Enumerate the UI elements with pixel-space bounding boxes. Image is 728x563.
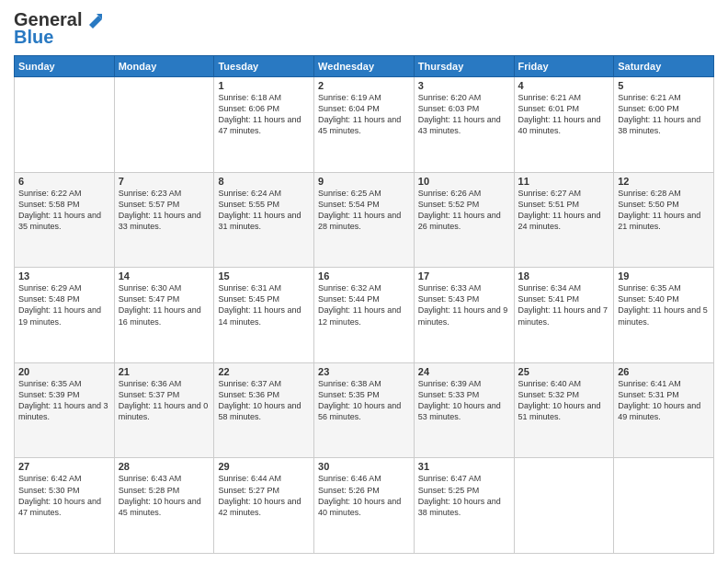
day-number: 30 [318, 461, 410, 472]
sunrise-text: Sunrise: 6:28 AM [618, 189, 681, 198]
daylight-text: Daylight: 10 hours and 56 minutes. [318, 401, 401, 421]
sunset-text: Sunset: 5:27 PM [218, 486, 279, 495]
calendar-cell: 24 Sunrise: 6:39 AM Sunset: 5:33 PM Dayl… [414, 362, 514, 458]
day-header-friday: Friday [514, 56, 614, 77]
sunset-text: Sunset: 5:32 PM [518, 390, 580, 399]
calendar-week-row: 27 Sunrise: 6:42 AM Sunset: 5:30 PM Dayl… [15, 458, 714, 554]
day-number: 6 [18, 176, 110, 187]
sunset-text: Sunset: 5:33 PM [418, 390, 480, 399]
calendar-cell: 22 Sunrise: 6:37 AM Sunset: 5:36 PM Dayl… [214, 362, 314, 458]
sunset-text: Sunset: 5:36 PM [218, 390, 279, 399]
daylight-text: Daylight: 10 hours and 40 minutes. [318, 497, 401, 517]
day-header-thursday: Thursday [414, 56, 514, 77]
daylight-text: Daylight: 11 hours and 31 minutes. [218, 211, 301, 231]
cell-info: Sunrise: 6:26 AM Sunset: 5:52 PM Dayligh… [418, 188, 510, 233]
logo: General Blue [14, 9, 104, 48]
daylight-text: Daylight: 11 hours and 33 minutes. [119, 211, 201, 231]
daylight-text: Daylight: 11 hours and 16 minutes. [119, 305, 201, 326]
sunset-text: Sunset: 6:06 PM [218, 104, 279, 113]
calendar-week-row: 13 Sunrise: 6:29 AM Sunset: 5:48 PM Dayl… [15, 268, 714, 363]
sunset-text: Sunset: 6:03 PM [418, 104, 480, 113]
sunset-text: Sunset: 5:55 PM [218, 200, 279, 209]
sunrise-text: Sunrise: 6:21 AM [518, 93, 582, 102]
calendar-cell: 13 Sunrise: 6:29 AM Sunset: 5:48 PM Dayl… [15, 268, 115, 363]
sunset-text: Sunset: 5:47 PM [119, 294, 180, 304]
daylight-text: Daylight: 11 hours and 14 minutes. [218, 305, 301, 326]
calendar-cell: 2 Sunrise: 6:19 AM Sunset: 6:04 PM Dayli… [314, 77, 415, 173]
sunrise-text: Sunrise: 6:39 AM [418, 379, 482, 388]
sunset-text: Sunset: 5:44 PM [318, 294, 380, 304]
day-number: 3 [418, 80, 510, 91]
calendar-cell: 18 Sunrise: 6:34 AM Sunset: 5:41 PM Dayl… [514, 268, 614, 363]
daylight-text: Daylight: 11 hours and 26 minutes. [418, 211, 501, 231]
logo-blue-text: Blue [14, 27, 53, 48]
calendar-cell: 31 Sunrise: 6:47 AM Sunset: 5:25 PM Dayl… [414, 458, 514, 554]
daylight-text: Daylight: 11 hours and 9 minutes. [418, 305, 508, 326]
calendar-cell: 9 Sunrise: 6:25 AM Sunset: 5:54 PM Dayli… [314, 172, 415, 268]
sunset-text: Sunset: 5:35 PM [318, 390, 380, 399]
daylight-text: Daylight: 10 hours and 47 minutes. [18, 497, 101, 517]
sunset-text: Sunset: 5:52 PM [418, 200, 480, 209]
day-number: 10 [418, 176, 510, 187]
day-number: 11 [518, 176, 610, 187]
daylight-text: Daylight: 11 hours and 5 minutes. [618, 305, 708, 326]
cell-info: Sunrise: 6:38 AM Sunset: 5:35 PM Dayligh… [318, 378, 410, 423]
cell-info: Sunrise: 6:42 AM Sunset: 5:30 PM Dayligh… [18, 473, 110, 518]
calendar-cell: 6 Sunrise: 6:22 AM Sunset: 5:58 PM Dayli… [15, 172, 115, 268]
day-number: 27 [18, 461, 110, 472]
sunrise-text: Sunrise: 6:22 AM [18, 189, 82, 198]
cell-info: Sunrise: 6:18 AM Sunset: 6:06 PM Dayligh… [218, 92, 310, 137]
daylight-text: Daylight: 11 hours and 21 minutes. [618, 211, 700, 231]
sunset-text: Sunset: 5:28 PM [119, 486, 180, 495]
cell-info: Sunrise: 6:43 AM Sunset: 5:28 PM Dayligh… [119, 473, 210, 518]
sunset-text: Sunset: 5:41 PM [518, 294, 580, 304]
day-number: 17 [418, 270, 510, 282]
daylight-text: Daylight: 10 hours and 53 minutes. [418, 401, 501, 421]
calendar-cell: 7 Sunrise: 6:23 AM Sunset: 5:57 PM Dayli… [114, 172, 214, 268]
cell-info: Sunrise: 6:41 AM Sunset: 5:31 PM Dayligh… [618, 378, 710, 423]
daylight-text: Daylight: 11 hours and 43 minutes. [418, 115, 501, 135]
calendar-cell: 28 Sunrise: 6:43 AM Sunset: 5:28 PM Dayl… [114, 458, 214, 554]
day-number: 8 [218, 176, 310, 187]
day-number: 14 [119, 270, 210, 282]
day-number: 1 [218, 80, 310, 91]
daylight-text: Daylight: 10 hours and 42 minutes. [218, 497, 301, 517]
sunrise-text: Sunrise: 6:35 AM [618, 283, 681, 293]
calendar-cell: 3 Sunrise: 6:20 AM Sunset: 6:03 PM Dayli… [414, 77, 514, 173]
daylight-text: Daylight: 11 hours and 19 minutes. [18, 305, 101, 326]
sunrise-text: Sunrise: 6:24 AM [218, 189, 281, 198]
daylight-text: Daylight: 11 hours and 28 minutes. [318, 211, 401, 231]
cell-info: Sunrise: 6:37 AM Sunset: 5:36 PM Dayligh… [218, 378, 310, 423]
daylight-text: Daylight: 10 hours and 58 minutes. [218, 401, 301, 421]
sunset-text: Sunset: 5:26 PM [318, 486, 380, 495]
sunrise-text: Sunrise: 6:23 AM [119, 189, 182, 198]
sunset-text: Sunset: 5:40 PM [618, 294, 679, 304]
day-number: 23 [318, 366, 410, 377]
cell-info: Sunrise: 6:21 AM Sunset: 6:01 PM Dayligh… [518, 92, 610, 137]
calendar-cell: 29 Sunrise: 6:44 AM Sunset: 5:27 PM Dayl… [214, 458, 314, 554]
sunrise-text: Sunrise: 6:42 AM [18, 474, 82, 483]
cell-info: Sunrise: 6:35 AM Sunset: 5:40 PM Dayligh… [618, 282, 710, 327]
sunrise-text: Sunrise: 6:21 AM [618, 93, 681, 102]
cell-info: Sunrise: 6:23 AM Sunset: 5:57 PM Dayligh… [119, 188, 210, 233]
sunrise-text: Sunrise: 6:43 AM [119, 474, 182, 483]
day-number: 21 [119, 366, 210, 377]
calendar-cell: 4 Sunrise: 6:21 AM Sunset: 6:01 PM Dayli… [514, 77, 614, 173]
daylight-text: Daylight: 11 hours and 45 minutes. [318, 115, 401, 135]
sunrise-text: Sunrise: 6:25 AM [318, 189, 381, 198]
cell-info: Sunrise: 6:39 AM Sunset: 5:33 PM Dayligh… [418, 378, 510, 423]
sunset-text: Sunset: 6:00 PM [618, 104, 679, 113]
sunrise-text: Sunrise: 6:44 AM [218, 474, 281, 483]
calendar-cell: 15 Sunrise: 6:31 AM Sunset: 5:45 PM Dayl… [214, 268, 314, 363]
sunset-text: Sunset: 5:25 PM [418, 486, 480, 495]
calendar-week-row: 1 Sunrise: 6:18 AM Sunset: 6:06 PM Dayli… [15, 77, 714, 173]
sunset-text: Sunset: 5:45 PM [218, 294, 279, 304]
calendar-cell: 23 Sunrise: 6:38 AM Sunset: 5:35 PM Dayl… [314, 362, 415, 458]
day-number: 13 [18, 270, 110, 282]
sunset-text: Sunset: 5:37 PM [119, 390, 180, 399]
cell-info: Sunrise: 6:35 AM Sunset: 5:39 PM Dayligh… [18, 378, 110, 423]
day-number: 16 [318, 270, 410, 282]
sunrise-text: Sunrise: 6:40 AM [518, 379, 582, 388]
calendar-cell: 19 Sunrise: 6:35 AM Sunset: 5:40 PM Dayl… [614, 268, 714, 363]
calendar-cell: 17 Sunrise: 6:33 AM Sunset: 5:43 PM Dayl… [414, 268, 514, 363]
